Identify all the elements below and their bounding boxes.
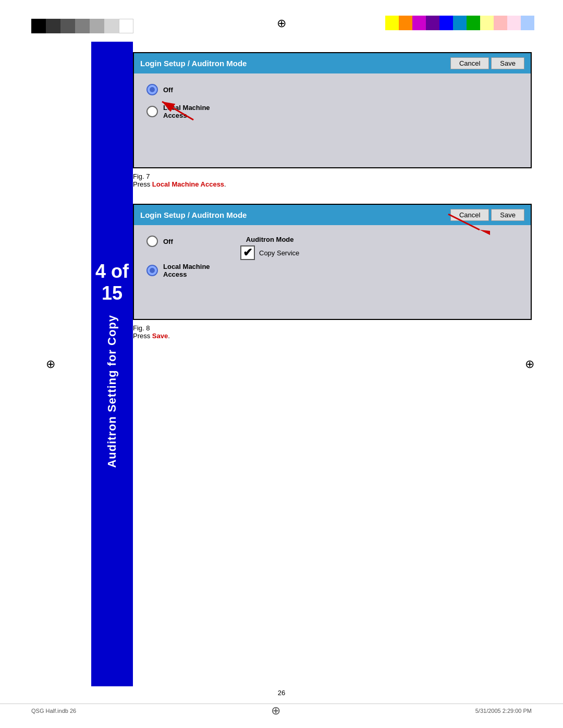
swatch-green <box>467 16 480 30</box>
swatch-lightpink <box>494 16 507 30</box>
dialog-fig7: Login Setup / Auditron Mode Cancel Save … <box>133 52 532 168</box>
radio-off-label: Off <box>163 86 173 94</box>
crosshair-left-middle: ⊕ <box>46 357 55 371</box>
fig7-caption-suffix: . <box>224 180 226 188</box>
red-arrow-fig8-svg <box>443 209 490 235</box>
swatch-magenta <box>412 16 426 30</box>
fig7-caption-text: Press Local Machine Access. <box>133 180 532 188</box>
fig7-caption-prefix: Press <box>133 180 152 188</box>
crosshair-bottom-center: ⊕ <box>271 704 280 718</box>
fig8-caption-highlight: Save <box>152 332 168 340</box>
dialog-fig7-wrapper: Login Setup / Auditron Mode Cancel Save … <box>133 52 532 168</box>
dialog-fig7-buttons: Cancel Save <box>450 57 524 69</box>
swatch-lightblue <box>521 16 534 30</box>
sidebar-page-indicator: 4 of 15 <box>91 261 133 304</box>
dialog-fig7-save[interactable]: Save <box>491 57 524 69</box>
fig8-caption-prefix: Press <box>133 332 152 340</box>
svg-line-3 <box>448 214 480 230</box>
footer-right: 5/31/2005 2:29:00 PM <box>475 708 532 714</box>
dialog-fig7-header: Login Setup / Auditron Mode Cancel Save <box>134 53 531 73</box>
dialog-fig7-cancel[interactable]: Cancel <box>450 57 489 69</box>
fig8-checkbox[interactable]: ✔ <box>240 245 255 260</box>
fig8-radio-local-circle[interactable] <box>146 265 158 276</box>
dialog-fig8-body: Off Local MachineAccess Auditron Mode <box>134 225 531 319</box>
page-number: 26 <box>278 689 285 697</box>
main-content: Login Setup / Auditron Mode Cancel Save … <box>133 42 532 686</box>
radio-off-circle[interactable] <box>146 84 158 95</box>
fig8-radio-off-label: Off <box>163 238 173 245</box>
swatch-orange <box>399 16 412 30</box>
swatch-white <box>119 19 133 33</box>
left-swatches <box>31 19 133 33</box>
fig8-radio-col: Off Local MachineAccess <box>146 236 219 287</box>
sidebar: 4 of 15 Auditron Setting for Copy <box>91 42 133 686</box>
dialog-fig8-save[interactable]: Save <box>491 209 524 221</box>
dialog-fig7-body: Off Local MachineAccess <box>134 73 531 167</box>
swatch-pink <box>507 16 521 30</box>
swatch-gray <box>75 19 90 33</box>
swatch-darkgray1 <box>46 19 60 33</box>
fig8-radio-off: Off <box>146 236 219 247</box>
dialog-fig8-wrapper: Login Setup / Auditron Mode Cancel Save <box>133 204 532 320</box>
swatch-black <box>31 19 46 33</box>
fig7-caption-highlight: Local Machine Access <box>152 180 224 188</box>
fig8-caption-text: Press Save. <box>133 332 532 340</box>
section-fig8: Login Setup / Auditron Mode Cancel Save <box>133 204 532 340</box>
right-swatches <box>385 16 534 30</box>
fig7-caption-number: Fig. 7 <box>133 172 532 180</box>
fig8-radio-local: Local MachineAccess <box>146 263 219 278</box>
swatch-lightyellow <box>480 16 494 30</box>
section-fig7: Login Setup / Auditron Mode Cancel Save … <box>133 52 532 188</box>
swatch-darkgray2 <box>60 19 75 33</box>
footer: QSG Half.indb 26 ⊕ 5/31/2005 2:29:00 PM <box>0 704 563 718</box>
swatch-purple <box>426 16 439 30</box>
fig8-radio-off-circle[interactable] <box>146 236 158 247</box>
red-arrow-fig7-svg <box>152 96 204 122</box>
fig8-copy-service-label: Copy Service <box>259 249 299 257</box>
radio-option-off: Off <box>146 84 518 95</box>
swatch-verylightgray <box>104 19 119 33</box>
swatch-yellow <box>385 16 399 30</box>
dialog-fig8: Login Setup / Auditron Mode Cancel Save <box>133 204 532 320</box>
fig8-auditron-label: Auditron Mode <box>240 236 299 243</box>
dialog-fig7-title: Login Setup / Auditron Mode <box>140 59 247 68</box>
fig8-caption-suffix: . <box>168 332 170 340</box>
fig8-radio-local-label: Local MachineAccess <box>163 263 210 278</box>
swatch-lightgray <box>90 19 104 33</box>
fig8-caption: Fig. 8 Press Save. <box>133 324 532 340</box>
dialog-fig8-title: Login Setup / Auditron Mode <box>140 211 247 219</box>
fig8-auditron-col: Auditron Mode ✔ Copy Service <box>240 236 299 260</box>
swatch-blue <box>439 16 453 30</box>
crosshair-top-center: ⊕ <box>277 17 286 30</box>
fig8-caption-number: Fig. 8 <box>133 324 532 332</box>
fig8-columns: Off Local MachineAccess Auditron Mode <box>146 236 518 287</box>
fig8-checkbox-row: ✔ Copy Service <box>240 245 299 260</box>
footer-left: QSG Half.indb 26 <box>31 708 76 714</box>
swatch-cyan <box>453 16 467 30</box>
fig7-caption: Fig. 7 Press Local Machine Access. <box>133 172 532 188</box>
svg-line-1 <box>162 102 193 120</box>
sidebar-section-title: Auditron Setting for Copy <box>105 315 119 468</box>
